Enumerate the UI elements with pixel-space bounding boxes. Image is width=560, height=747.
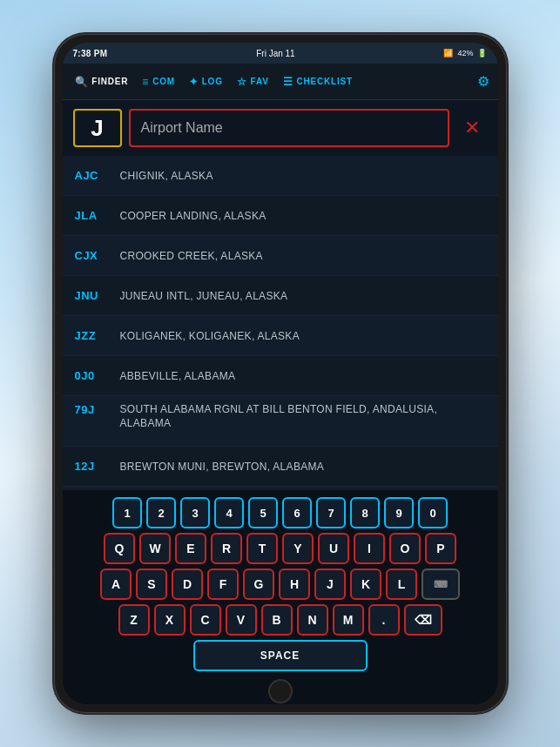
status-date: Fri Jan 11 <box>256 49 294 58</box>
log-icon: ✦ <box>189 76 199 88</box>
list-item[interactable]: 0J0 ABBEVILLE, ALABAMA <box>63 356 498 396</box>
airport-code: 79J <box>75 403 120 416</box>
search-clear-button[interactable]: ✕ <box>456 109 488 147</box>
key-7[interactable]: 7 <box>316 497 346 528</box>
key-E[interactable]: E <box>175 533 206 564</box>
battery-level: 42% <box>457 49 473 57</box>
fav-icon: ☆ <box>237 76 247 88</box>
list-item[interactable]: JLA COOPER LANDING, ALASKA <box>63 196 498 236</box>
key-Q[interactable]: Q <box>104 533 135 564</box>
list-item[interactable]: 12J BREWTON MUNI, BREWTON, ALABAMA <box>63 447 498 487</box>
key-U[interactable]: U <box>318 533 349 564</box>
airport-code: 0J0 <box>75 369 120 382</box>
key-K[interactable]: K <box>350 569 381 600</box>
key-N[interactable]: N <box>297 604 328 636</box>
airport-name: CHIGNIK, ALASKA <box>120 170 486 182</box>
key-F[interactable]: F <box>207 569 239 600</box>
key-row-1: QWERTYUIOP <box>70 533 491 564</box>
delete-key[interactable]: ⌫ <box>404 604 442 636</box>
list-item[interactable]: CJX CROOKED CREEK, ALASKA <box>63 236 498 276</box>
search-letter-input[interactable]: J <box>73 109 122 147</box>
key-C[interactable]: C <box>190 604 221 636</box>
status-bar: 7:38 PM Fri Jan 11 📶 42% 🔋 <box>63 43 498 64</box>
airport-name: COOPER LANDING, ALASKA <box>120 210 486 222</box>
key-S[interactable]: S <box>136 569 167 600</box>
keyboard-toggle-key[interactable]: ⌨ <box>422 569 460 600</box>
key-I[interactable]: I <box>354 533 385 564</box>
airport-code: CJX <box>75 249 120 262</box>
key-Y[interactable]: Y <box>282 533 314 564</box>
key-T[interactable]: T <box>246 533 278 564</box>
home-indicator <box>63 678 498 704</box>
checklist-icon: ☰ <box>283 76 293 88</box>
key-M[interactable]: M <box>333 604 364 636</box>
key-Z[interactable]: Z <box>118 604 150 636</box>
airport-name: BREWTON MUNI, BREWTON, ALABAMA <box>120 461 486 473</box>
search-name-input[interactable]: Airport Name <box>129 109 449 147</box>
home-button[interactable] <box>268 679 293 703</box>
tablet-frame: 7:38 PM Fri Jan 11 📶 42% 🔋 🔍 FINDER ≡ CO… <box>54 34 507 713</box>
nav-label-finder: FINDER <box>91 77 128 86</box>
results-list: AJC CHIGNIK, ALASKA JLA COOPER LANDING, … <box>63 156 498 490</box>
tablet-screen: 7:38 PM Fri Jan 11 📶 42% 🔋 🔍 FINDER ≡ CO… <box>63 43 498 704</box>
key-2[interactable]: 2 <box>146 497 176 528</box>
clear-icon: ✕ <box>464 117 480 139</box>
nav-label-fav: FAV <box>251 77 269 86</box>
key-0[interactable]: 0 <box>418 497 448 528</box>
key-L[interactable]: L <box>386 569 417 600</box>
search-icon: 🔍 <box>75 76 89 88</box>
settings-button[interactable]: ⚙ <box>477 73 489 90</box>
airport-code: 12J <box>75 460 120 473</box>
airport-code: JLA <box>75 209 120 222</box>
nav-label-log: LOG <box>202 77 223 86</box>
search-name-placeholder: Airport Name <box>141 120 223 136</box>
airport-name: ABBEVILLE, ALABAMA <box>120 370 486 382</box>
space-key[interactable]: SPACE <box>193 640 368 671</box>
key-6[interactable]: 6 <box>282 497 312 528</box>
nav-item-log[interactable]: ✦ LOG <box>186 74 226 90</box>
airport-name: JUNEAU INTL, JUNEAU, ALASKA <box>120 290 486 302</box>
list-item[interactable]: 79J SOUTH ALABAMA RGNL AT BILL BENTON FI… <box>63 396 498 447</box>
key-5[interactable]: 5 <box>248 497 278 528</box>
list-item[interactable]: JNU JUNEAU INTL, JUNEAU, ALASKA <box>63 276 498 316</box>
list-item[interactable]: AJC CHIGNIK, ALASKA <box>63 156 498 196</box>
nav-item-fav[interactable]: ☆ FAV <box>233 74 273 90</box>
key-row-3: ZXCVBNM.⌫ <box>70 604 491 636</box>
space-row: SPACE <box>70 640 491 675</box>
key-O[interactable]: O <box>389 533 421 564</box>
key-B[interactable]: B <box>261 604 293 636</box>
key-H[interactable]: H <box>279 569 310 600</box>
nav-item-com[interactable]: ≡ COM <box>138 74 179 90</box>
nav-label-com: COM <box>152 77 175 86</box>
search-letter-value: J <box>91 115 103 142</box>
airport-name: KOLIGANEK, KOLIGANEK, ALASKA <box>120 330 486 342</box>
key-A[interactable]: A <box>100 569 132 600</box>
number-row: 1234567890 <box>70 497 491 528</box>
key-X[interactable]: X <box>154 604 186 636</box>
key-V[interactable]: V <box>226 604 257 636</box>
key-period[interactable]: . <box>368 604 400 636</box>
key-3[interactable]: 3 <box>180 497 210 528</box>
key-4[interactable]: 4 <box>214 497 244 528</box>
key-R[interactable]: R <box>211 533 242 564</box>
airport-code: AJC <box>75 169 120 182</box>
key-J[interactable]: J <box>314 569 346 600</box>
key-G[interactable]: G <box>243 569 274 600</box>
key-9[interactable]: 9 <box>384 497 414 528</box>
gear-icon: ⚙ <box>477 74 489 89</box>
key-W[interactable]: W <box>139 533 171 564</box>
nav-item-checklist[interactable]: ☰ CHECKLIST <box>280 74 356 90</box>
nav-item-finder[interactable]: 🔍 FINDER <box>71 74 132 90</box>
key-D[interactable]: D <box>172 569 203 600</box>
key-1[interactable]: 1 <box>112 497 142 528</box>
key-row-2: ASDFGHJKL⌨ <box>70 569 491 600</box>
keyboard: 1234567890 QWERTYUIOP ASDFGHJKL⌨ ZXCVBNM… <box>63 490 498 678</box>
key-P[interactable]: P <box>425 533 456 564</box>
wifi-icon: 📶 <box>443 49 453 57</box>
key-8[interactable]: 8 <box>350 497 380 528</box>
battery-icon: 🔋 <box>477 49 487 57</box>
nav-bar: 🔍 FINDER ≡ COM ✦ LOG ☆ FAV ☰ CHECKLIST ⚙ <box>63 64 498 100</box>
airport-name: CROOKED CREEK, ALASKA <box>120 250 486 262</box>
airport-code: JZZ <box>75 329 120 342</box>
list-item[interactable]: JZZ KOLIGANEK, KOLIGANEK, ALASKA <box>63 316 498 356</box>
